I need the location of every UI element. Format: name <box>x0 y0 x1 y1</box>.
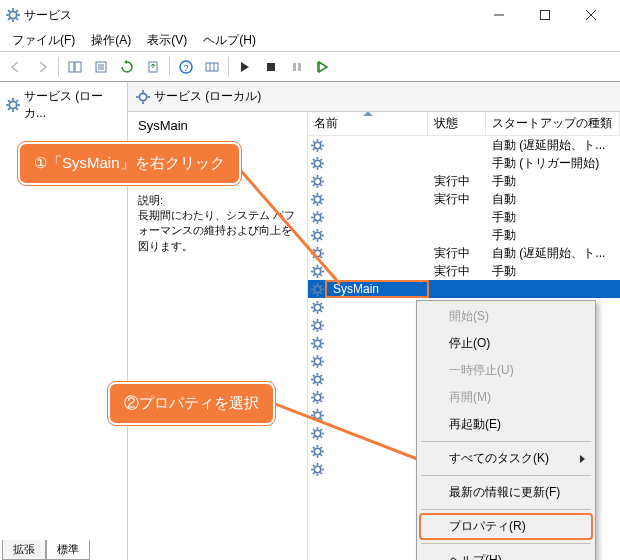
ctx-restart[interactable]: 再起動(E) <box>419 411 593 438</box>
svg-point-29 <box>9 101 16 108</box>
row-status: 実行中 <box>428 263 486 280</box>
export-button[interactable] <box>141 55 165 79</box>
gear-icon <box>136 90 150 104</box>
gear-icon <box>308 139 326 152</box>
svg-line-150 <box>313 346 315 348</box>
close-button[interactable] <box>568 0 614 30</box>
play-button[interactable] <box>233 55 257 79</box>
ctx-resume[interactable]: 再開(M) <box>419 384 593 411</box>
svg-line-6 <box>16 18 18 20</box>
ctx-all-tasks[interactable]: すべてのタスク(K) <box>419 445 593 472</box>
table-row[interactable]: 手動 <box>308 208 620 226</box>
svg-line-49 <box>320 148 322 150</box>
gear-icon <box>308 319 326 332</box>
column-name[interactable]: 名前 <box>308 112 428 135</box>
tree-root-label: サービス (ローカ... <box>24 88 121 122</box>
tree-root[interactable]: サービス (ローカ... <box>2 86 125 124</box>
svg-line-37 <box>8 108 10 110</box>
table-row[interactable]: 実行中手動 <box>308 172 620 190</box>
table-row[interactable]: 手動 <box>308 226 620 244</box>
ctx-separator <box>421 509 591 510</box>
services-list: 名前 状態 スタートアップの種類 自動 (遅延開始、ト...手動 (トリガー開始… <box>308 112 620 560</box>
svg-line-176 <box>320 393 322 395</box>
gear-icon <box>308 337 326 350</box>
minimize-button[interactable] <box>476 0 522 30</box>
ctx-refresh[interactable]: 最新の情報に更新(F) <box>419 479 593 506</box>
row-startup: 自動 (遅延開始、ト... <box>486 137 620 154</box>
right-header-title: サービス (ローカル) <box>154 88 261 105</box>
ctx-help[interactable]: ヘルプ(H) <box>419 547 593 560</box>
svg-line-132 <box>313 310 315 312</box>
row-startup: 自動 (遅延開始、ト... <box>486 245 620 262</box>
column-chooser-button[interactable] <box>200 55 224 79</box>
menu-file[interactable]: ファイル(F) <box>4 30 83 51</box>
table-row[interactable]: 手動 (トリガー開始) <box>308 154 620 172</box>
toolbar-separator <box>169 57 170 77</box>
svg-line-167 <box>320 375 322 377</box>
row-startup: 手動 <box>486 227 620 244</box>
svg-line-157 <box>320 364 322 366</box>
svg-line-141 <box>313 328 315 330</box>
svg-line-168 <box>313 382 315 384</box>
ctx-start[interactable]: 開始(S) <box>419 303 593 330</box>
table-row[interactable]: SysMain <box>308 280 620 298</box>
svg-line-215 <box>270 402 425 462</box>
pane-tabs: 拡張 標準 <box>0 540 90 560</box>
ctx-all-tasks-label: すべてのタスク(K) <box>449 451 549 465</box>
toolbar-separator <box>228 57 229 77</box>
menu-view[interactable]: 表示(V) <box>139 30 195 51</box>
properties-toolbar-button[interactable] <box>89 55 113 79</box>
toolbar-separator <box>58 57 59 77</box>
ctx-separator <box>421 441 591 442</box>
ctx-stop[interactable]: 停止(O) <box>419 330 593 357</box>
table-row[interactable]: 実行中自動 (遅延開始、ト... <box>308 244 620 262</box>
svg-point-133 <box>314 322 321 329</box>
svg-line-129 <box>313 303 315 305</box>
svg-line-156 <box>313 357 315 359</box>
table-row[interactable]: 自動 (遅延開始、ト... <box>308 136 620 154</box>
row-startup: 手動 <box>486 209 620 226</box>
row-startup: 手動 <box>486 173 620 190</box>
maximize-button[interactable] <box>522 0 568 30</box>
svg-line-158 <box>320 357 322 359</box>
ctx-separator <box>421 475 591 476</box>
stop-toolbar-button[interactable] <box>259 55 283 79</box>
tab-standard[interactable]: 標準 <box>46 540 90 560</box>
menu-help[interactable]: ヘルプ(H) <box>195 30 264 51</box>
ctx-separator <box>421 543 591 544</box>
row-status: 実行中 <box>428 173 486 190</box>
menu-action[interactable]: 操作(A) <box>83 30 139 51</box>
help-toolbar-button[interactable]: ? <box>174 55 198 79</box>
svg-point-43 <box>314 142 321 149</box>
svg-line-50 <box>320 141 322 143</box>
svg-line-35 <box>16 108 18 110</box>
forward-button[interactable] <box>30 55 54 79</box>
svg-point-160 <box>314 376 321 383</box>
ctx-properties[interactable]: プロパティ(R) <box>419 513 593 540</box>
ctx-pause[interactable]: 一時停止(U) <box>419 357 593 384</box>
pause-toolbar-button[interactable] <box>285 55 309 79</box>
svg-text:?: ? <box>183 63 188 73</box>
column-startup[interactable]: スタートアップの種類 <box>486 112 620 135</box>
svg-line-147 <box>313 339 315 341</box>
table-row[interactable]: 実行中手動 <box>308 262 620 280</box>
svg-line-214 <box>235 164 340 284</box>
callout-2: ②プロパティを選択 <box>108 382 275 425</box>
tab-extended[interactable]: 拡張 <box>2 540 46 560</box>
svg-line-8 <box>8 18 10 20</box>
svg-rect-25 <box>267 63 275 71</box>
callout-1: ①「SysMain」を右クリック <box>18 142 241 185</box>
svg-line-174 <box>313 393 315 395</box>
restart-toolbar-button[interactable] <box>311 55 335 79</box>
menubar: ファイル(F) 操作(A) 表示(V) ヘルプ(H) <box>0 30 620 52</box>
table-row[interactable]: 実行中自動 <box>308 190 620 208</box>
show-hide-tree-button[interactable] <box>63 55 87 79</box>
back-button[interactable] <box>4 55 28 79</box>
svg-line-130 <box>320 310 322 312</box>
svg-point-0 <box>9 11 16 18</box>
list-header: 名前 状態 スタートアップの種類 <box>308 112 620 136</box>
column-status[interactable]: 状態 <box>428 112 486 135</box>
refresh-button[interactable] <box>115 55 139 79</box>
svg-point-169 <box>314 394 321 401</box>
svg-rect-10 <box>541 11 550 20</box>
